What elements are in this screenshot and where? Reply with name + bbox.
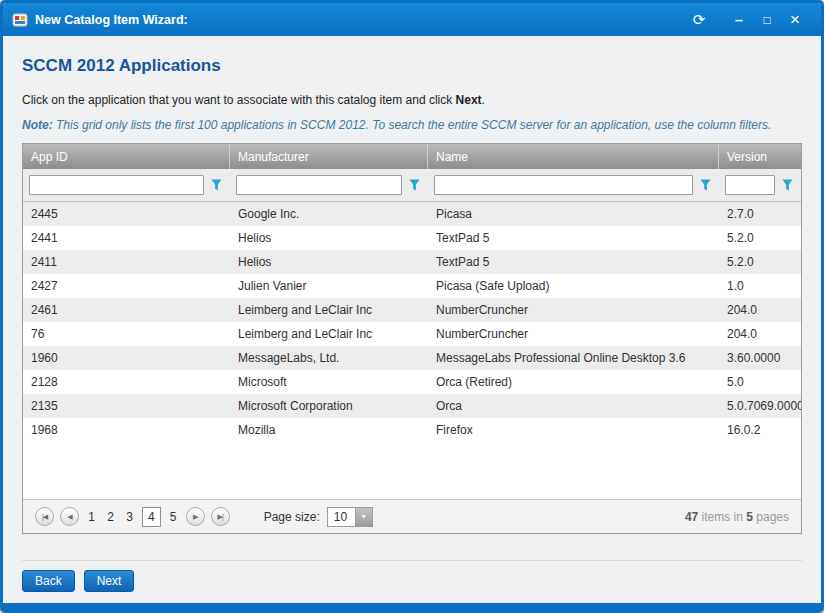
cell-name: Orca (Retired)	[428, 375, 719, 389]
column-header-version[interactable]: Version	[719, 144, 801, 169]
page-size-value: 10	[328, 508, 355, 526]
window-title: New Catalog Item Wizard:	[35, 13, 188, 27]
filter-icon-version[interactable]	[779, 177, 795, 193]
filter-input-version[interactable]	[725, 175, 775, 195]
close-button[interactable]: ×	[781, 9, 809, 31]
grid-empty-area	[23, 442, 801, 499]
table-row[interactable]: 2461 Leimberg and LeClair Inc NumberCrun…	[23, 298, 801, 322]
cell-version: 5.0	[719, 375, 801, 389]
instruction-text: Click on the application that you want t…	[22, 93, 802, 107]
page-size-group: Page size: 10 ▼	[264, 507, 373, 527]
pager-page-5[interactable]: 5	[167, 508, 180, 526]
cell-name: Orca	[428, 399, 719, 413]
table-row[interactable]: 2445 Google Inc. Picasa 2.7.0	[23, 202, 801, 226]
next-button[interactable]: Next	[84, 570, 135, 592]
instruction-next-keyword: Next	[456, 93, 482, 107]
cell-manufacturer: Microsoft	[230, 375, 428, 389]
column-header-manufacturer[interactable]: Manufacturer	[230, 144, 428, 169]
cell-manufacturer: Helios	[230, 255, 428, 269]
cell-app-id: 2445	[23, 207, 230, 221]
column-header-app-id[interactable]: App ID	[23, 144, 230, 169]
pager-page-2[interactable]: 2	[104, 508, 117, 526]
cell-name: MessageLabs Professional Online Desktop …	[428, 351, 719, 365]
items-summary: 47 items in 5 pages	[685, 510, 789, 524]
items-count: 47	[685, 510, 698, 524]
cell-app-id: 2128	[23, 375, 230, 389]
table-row[interactable]: 2135 Microsoft Corporation Orca 5.0.7069…	[23, 394, 801, 418]
cell-version: 204.0	[719, 327, 801, 341]
cell-name: TextPad 5	[428, 255, 719, 269]
wizard-content: SCCM 2012 Applications Click on the appl…	[3, 36, 821, 603]
cell-app-id: 2411	[23, 255, 230, 269]
applications-grid: App ID Manufacturer Name Version	[22, 143, 802, 534]
items-mid-text: items in	[698, 510, 746, 524]
pager-page-1[interactable]: 1	[85, 508, 98, 526]
cell-name: Picasa	[428, 207, 719, 221]
note-text: Note: This grid only lists the first 100…	[22, 118, 802, 132]
table-row[interactable]: 2411 Helios TextPad 5 5.2.0	[23, 250, 801, 274]
cell-version: 1.0	[719, 279, 801, 293]
cell-name: TextPad 5	[428, 231, 719, 245]
cell-name: NumberCruncher	[428, 303, 719, 317]
footer-button-bar: Back Next	[22, 560, 802, 603]
filter-cell-manufacturer	[230, 175, 428, 195]
pager-page-4-current[interactable]: 4	[142, 507, 161, 527]
pager: |◀ ◀ 1 2 3 4 5 ▶ ▶| Page size: 10 ▼ 47 i…	[23, 499, 801, 533]
cell-app-id: 2427	[23, 279, 230, 293]
back-button[interactable]: Back	[22, 570, 75, 592]
cell-app-id: 2135	[23, 399, 230, 413]
grid-filter-row	[23, 169, 801, 202]
filter-input-name[interactable]	[434, 175, 693, 195]
maximize-button[interactable]: □	[753, 9, 781, 31]
cell-manufacturer: Leimberg and LeClair Inc	[230, 303, 428, 317]
pager-last-button[interactable]: ▶|	[211, 507, 230, 526]
minimize-button[interactable]: –	[725, 9, 753, 31]
note-label: Note:	[22, 118, 53, 132]
filter-input-app-id[interactable]	[29, 175, 204, 195]
page-size-dropdown[interactable]: 10 ▼	[327, 507, 373, 527]
table-row[interactable]: 2128 Microsoft Orca (Retired) 5.0	[23, 370, 801, 394]
cell-version: 3.60.0000	[719, 351, 801, 365]
titlebar: New Catalog Item Wizard: ⟳ – □ ×	[3, 3, 821, 36]
instruction-pre: Click on the application that you want t…	[22, 93, 456, 107]
window-controls: ⟳ – □ ×	[685, 9, 809, 31]
cell-manufacturer: Julien Vanier	[230, 279, 428, 293]
pages-post-text: pages	[753, 510, 789, 524]
cell-manufacturer: Helios	[230, 231, 428, 245]
note-body: This grid only lists the first 100 appli…	[53, 118, 772, 132]
wizard-window: New Catalog Item Wizard: ⟳ – □ × SCCM 20…	[0, 0, 824, 613]
filter-cell-version	[719, 175, 801, 195]
filter-icon-manufacturer[interactable]	[406, 177, 422, 193]
cell-name: NumberCruncher	[428, 327, 719, 341]
pager-next-button[interactable]: ▶	[186, 507, 205, 526]
table-row[interactable]: 1968 Mozilla Firefox 16.0.2	[23, 418, 801, 442]
cell-version: 5.2.0	[719, 255, 801, 269]
instruction-post: .	[482, 93, 485, 107]
filter-cell-app-id	[23, 175, 230, 195]
pager-first-button[interactable]: |◀	[35, 507, 54, 526]
page-size-label: Page size:	[264, 510, 320, 524]
pager-page-3[interactable]: 3	[123, 508, 136, 526]
cell-name: Picasa (Safe Upload)	[428, 279, 719, 293]
cell-manufacturer: MessageLabs, Ltd.	[230, 351, 428, 365]
pager-prev-button[interactable]: ◀	[60, 507, 79, 526]
filter-input-manufacturer[interactable]	[236, 175, 402, 195]
cell-app-id: 76	[23, 327, 230, 341]
cell-app-id: 2441	[23, 231, 230, 245]
filter-icon-name[interactable]	[697, 177, 713, 193]
chevron-down-icon[interactable]: ▼	[355, 508, 372, 526]
cell-app-id: 2461	[23, 303, 230, 317]
page-title: SCCM 2012 Applications	[22, 56, 802, 76]
cell-version: 5.0.7069.0000	[719, 399, 801, 413]
grid-rows: 2445 Google Inc. Picasa 2.7.0 2441 Helio…	[23, 202, 801, 442]
refresh-icon[interactable]: ⟳	[685, 9, 713, 31]
filter-icon-app-id[interactable]	[208, 177, 224, 193]
cell-app-id: 1960	[23, 351, 230, 365]
pages-count: 5	[746, 510, 753, 524]
column-header-name[interactable]: Name	[428, 144, 719, 169]
table-row[interactable]: 76 Leimberg and LeClair Inc NumberCrunch…	[23, 322, 801, 346]
app-icon	[12, 12, 28, 28]
table-row[interactable]: 2441 Helios TextPad 5 5.2.0	[23, 226, 801, 250]
table-row[interactable]: 2427 Julien Vanier Picasa (Safe Upload) …	[23, 274, 801, 298]
table-row[interactable]: 1960 MessageLabs, Ltd. MessageLabs Profe…	[23, 346, 801, 370]
